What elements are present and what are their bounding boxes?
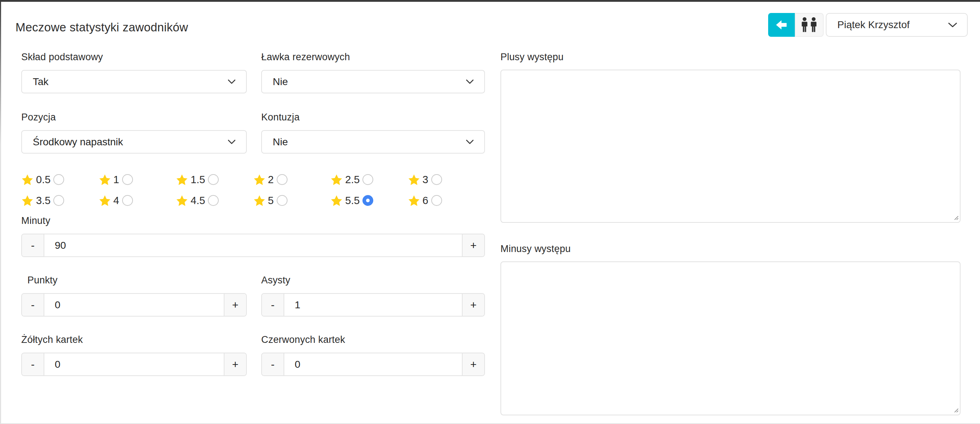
card-body: Skład podstawowy Tak Ławka rezerwowych N… xyxy=(1,52,980,415)
field-label: Punkty xyxy=(27,275,247,285)
rating-value: 3.5 xyxy=(36,195,51,207)
decrement-button[interactable]: - xyxy=(22,234,44,257)
decrement-button[interactable]: - xyxy=(262,353,284,375)
field-minuty: Minuty - + xyxy=(21,215,485,257)
field-lawka-rezerwowych: Ławka rezerwowych Nie xyxy=(261,52,485,93)
plusy-wystepu-textarea[interactable] xyxy=(500,70,961,223)
field-label: Minuty xyxy=(21,215,485,226)
star-icon xyxy=(99,195,111,207)
increment-button[interactable]: + xyxy=(462,294,484,316)
rating-option[interactable]: 5 xyxy=(253,193,331,208)
zoltych-kartek-input[interactable] xyxy=(44,353,224,375)
czerwonych-kartek-input[interactable] xyxy=(284,353,462,375)
people-icon xyxy=(800,17,819,33)
rating-option[interactable]: 4.5 xyxy=(176,193,253,208)
select-lawka-rezerwowych[interactable]: Nie xyxy=(261,70,485,93)
field-label: Ławka rezerwowych xyxy=(261,52,485,62)
increment-button[interactable]: + xyxy=(462,234,484,257)
rating-radio[interactable] xyxy=(53,174,64,185)
field-punkty: Punkty - + xyxy=(21,275,247,335)
resize-grip-icon[interactable] xyxy=(953,407,959,413)
decrement-button[interactable]: - xyxy=(262,294,284,316)
star-icon xyxy=(176,195,188,207)
decrement-button[interactable]: - xyxy=(22,294,44,316)
rating-radio[interactable] xyxy=(277,174,288,185)
rating-option[interactable]: 4 xyxy=(99,193,176,208)
rating-radio[interactable] xyxy=(53,195,64,206)
asysty-input[interactable] xyxy=(284,294,462,316)
rating-value: 4.5 xyxy=(191,195,205,207)
rating-radio[interactable] xyxy=(431,195,442,206)
select-kontuzja[interactable]: Nie xyxy=(261,130,485,154)
rating-option[interactable]: 3.5 xyxy=(21,193,99,208)
rating-radio[interactable] xyxy=(208,174,219,185)
rating-radio[interactable] xyxy=(122,195,133,206)
field-sklad-podstawowy: Skład podstawowy Tak xyxy=(21,52,247,93)
rating-option[interactable]: 5.5 xyxy=(330,193,408,208)
increment-button[interactable]: + xyxy=(224,353,246,375)
select-value: Nie xyxy=(273,76,288,88)
field-label: Czerwonych kartek xyxy=(261,335,485,345)
chevron-down-icon xyxy=(228,79,236,84)
punkty-input[interactable] xyxy=(44,294,224,316)
field-label: Minusy występu xyxy=(500,244,961,254)
player-select-value: Piątek Krzysztof xyxy=(837,19,910,31)
rating-radio[interactable] xyxy=(363,174,373,185)
players-button[interactable] xyxy=(795,13,824,37)
chevron-down-icon xyxy=(466,79,474,84)
rating-radio[interactable] xyxy=(208,195,219,206)
rating-grid: 0.511.522.533.544.555.56 xyxy=(21,172,485,208)
rating-radio[interactable] xyxy=(122,174,133,185)
star-icon xyxy=(253,174,266,186)
field-pozycja: Pozycja Środkowy napastnik xyxy=(21,112,247,154)
rating-value: 2 xyxy=(268,174,274,186)
page: Meczowe statystyki zawodników xyxy=(0,0,980,424)
player-select[interactable]: Piątek Krzysztof xyxy=(826,13,968,37)
stepper-zoltych-kartek: - + xyxy=(21,352,247,376)
rating-option[interactable]: 0.5 xyxy=(21,172,99,187)
field-minusy-wystepu: Minusy występu xyxy=(500,244,961,415)
arrow-left-icon xyxy=(775,18,788,31)
rating-value: 3 xyxy=(423,174,428,186)
rating-value: 6 xyxy=(423,195,428,207)
increment-button[interactable]: + xyxy=(462,353,484,375)
field-czerwonych-kartek: Czerwonych kartek - + xyxy=(261,335,485,376)
field-kontuzja: Kontuzja Nie xyxy=(261,112,485,154)
field-label: Plusy występu xyxy=(500,52,961,62)
rating-option[interactable]: 1.5 xyxy=(176,172,253,187)
star-icon xyxy=(408,195,420,207)
select-sklad-podstawowy[interactable]: Tak xyxy=(21,70,247,93)
back-button[interactable] xyxy=(768,13,795,37)
decrement-button[interactable]: - xyxy=(22,353,44,375)
rating-option[interactable]: 2.5 xyxy=(330,172,408,187)
star-icon xyxy=(176,174,188,186)
field-label: Żółtych kartek xyxy=(21,335,247,345)
rating-radio[interactable] xyxy=(363,195,373,206)
rating-option[interactable]: 6 xyxy=(408,193,485,208)
minusy-wystepu-textarea[interactable] xyxy=(500,261,961,415)
minuty-input[interactable] xyxy=(44,234,462,257)
right-column: Plusy występu Minusy występu xyxy=(500,52,961,415)
page-title: Meczowe statystyki zawodników xyxy=(16,21,188,34)
select-pozycja[interactable]: Środkowy napastnik xyxy=(21,130,247,154)
rating-value: 5 xyxy=(268,195,274,207)
rating-value: 1.5 xyxy=(191,174,205,186)
stepper-punkty: - + xyxy=(21,293,247,317)
left-edge-bar xyxy=(0,0,1,424)
chevron-down-icon xyxy=(466,139,474,145)
star-icon xyxy=(330,174,343,186)
rating-option[interactable]: 2 xyxy=(253,172,331,187)
rating-option[interactable]: 3 xyxy=(408,172,485,187)
field-label: Pozycja xyxy=(21,112,247,122)
stepper-czerwonych-kartek: - + xyxy=(261,352,485,376)
rating-option[interactable]: 1 xyxy=(99,172,176,187)
match-stats-card: Meczowe statystyki zawodników xyxy=(1,2,980,423)
left-column: Skład podstawowy Tak Ławka rezerwowych N… xyxy=(21,52,485,415)
rating-radio[interactable] xyxy=(431,174,442,185)
star-icon xyxy=(21,195,33,207)
rating-radio[interactable] xyxy=(277,195,288,206)
stepper-minuty: - + xyxy=(21,234,485,257)
increment-button[interactable]: + xyxy=(224,294,246,316)
resize-grip-icon[interactable] xyxy=(953,214,959,220)
star-icon xyxy=(408,174,420,186)
